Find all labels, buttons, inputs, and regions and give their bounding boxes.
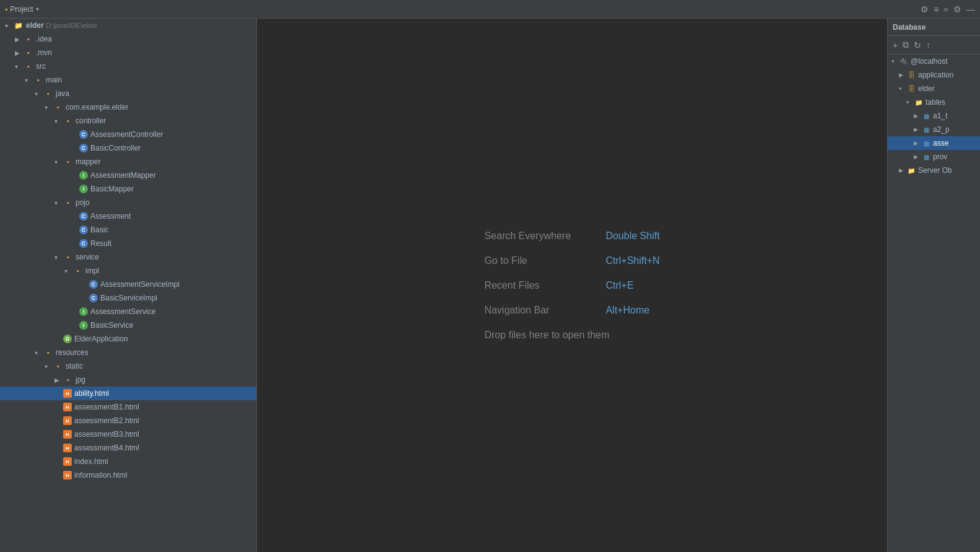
goto-file-shortcut: Ctrl+Shift+N: [605, 255, 659, 266]
tree-label-information: information.html: [74, 471, 256, 480]
tree-item-assessment[interactable]: C Assessment: [0, 209, 256, 223]
db-tree-item-prov[interactable]: ▶ ▦ prov: [888, 150, 980, 164]
db-copy-button[interactable]: ⧉: [901, 38, 910, 51]
db-tree-item-localhost[interactable]: ▾ 🔌 @localhost: [888, 55, 980, 68]
arrow-mapper: ▾: [54, 159, 63, 165]
search-everywhere-row: Search Everywhere Double Shift: [484, 230, 659, 242]
tree-item-src[interactable]: ▾ ▪ src: [0, 59, 256, 73]
tree-item-index-html[interactable]: H index.html: [0, 455, 256, 468]
db-schema-icon-elder: 🗄: [906, 84, 916, 94]
tree-item-impl[interactable]: ▾ ▪ impl: [0, 264, 256, 278]
dropdown-icon[interactable]: ▾: [36, 6, 39, 12]
tree-item-information-html[interactable]: H information.html: [0, 468, 256, 482]
java-c-icon-asi: C: [89, 280, 98, 289]
tree-item-assessment-service[interactable]: I AssessmentService: [0, 305, 256, 318]
top-bar: ▪ Project ▾ ⚙ ≡ ≈ ⚙ —: [0, 0, 980, 19]
db-tree-item-server-ob[interactable]: ▶ 📁 Server Ob: [888, 164, 980, 177]
project-sidebar[interactable]: ▾ 📁 elder D:\java\IDE\elder ▶ ▪ .idea ▶ …: [0, 19, 257, 552]
tree-label-ab3: assessmentB3.html: [74, 430, 256, 439]
layout-icon[interactable]: ≡: [934, 4, 939, 14]
arrow-elder: ▾: [5, 22, 14, 29]
recent-files-row: Recent Files Ctrl+E: [484, 280, 659, 291]
tree-item-basic[interactable]: C Basic: [0, 223, 256, 237]
folder-icon-mapper: ▪: [63, 157, 73, 167]
db-folder-icon-tables: 📁: [914, 97, 924, 107]
db-server-icon: 🔌: [899, 56, 909, 66]
tree-label-bm: BasicMapper: [90, 185, 256, 193]
database-toolbar: + ⧉ ↻ ↑: [888, 36, 980, 55]
db-tree-item-a2p[interactable]: ▶ ▦ a2_p: [888, 123, 980, 136]
collapse-icon[interactable]: ≈: [943, 4, 948, 14]
folder-icon-com-example: ▪: [53, 102, 63, 112]
arrow-main: ▾: [25, 77, 33, 84]
tree-label-assessment: Assessment: [90, 212, 256, 221]
tree-label-as: AssessmentService: [90, 307, 256, 316]
tree-label-main: main: [46, 76, 256, 84]
tree-item-main[interactable]: ▾ ▪ main: [0, 73, 256, 87]
tree-item-mapper[interactable]: ▾ ▪ mapper: [0, 155, 256, 169]
tree-item-assessment-service-impl[interactable]: C AssessmentServiceImpl: [0, 278, 256, 291]
tree-item-assessmentb1-html[interactable]: H assessmentB1.html: [0, 400, 256, 414]
java-c-icon-bsi: C: [89, 294, 98, 302]
db-folder-icon-server-ob: 📁: [906, 165, 916, 175]
html-icon-ab3: H: [63, 430, 72, 439]
arrow-mvn: ▶: [15, 50, 24, 56]
db-arrow-server-ob: ▶: [899, 167, 906, 173]
tree-item-controller[interactable]: ▾ ▪ controller: [0, 114, 256, 128]
tree-item-assessmentb2-html[interactable]: H assessmentB2.html: [0, 414, 256, 427]
arrow-java: ▾: [35, 90, 43, 97]
minimize-icon[interactable]: —: [966, 4, 975, 14]
tree-item-idea[interactable]: ▶ ▪ .idea: [0, 32, 256, 46]
tree-item-result[interactable]: C Result: [0, 237, 256, 250]
db-tree-item-elder-db[interactable]: ▾ 🗄 elder: [888, 82, 980, 95]
folder-icon-pojo: ▪: [63, 198, 73, 208]
tree-item-service[interactable]: ▾ ▪ service: [0, 250, 256, 264]
navigation-bar-row: Navigation Bar Alt+Home: [484, 305, 659, 316]
tree-item-elder-application[interactable]: ✿ ElderApplication: [0, 332, 256, 346]
folder-icon-mvn: ▪: [24, 48, 33, 58]
tree-item-assessmentb3-html[interactable]: H assessmentB3.html: [0, 427, 256, 441]
configure-icon[interactable]: ⚙: [921, 4, 929, 14]
db-tree-item-a1t[interactable]: ▶ ▦ a1_t: [888, 109, 980, 123]
tree-item-basic-service-impl[interactable]: C BasicServiceImpl: [0, 291, 256, 305]
tree-item-java[interactable]: ▾ ▪ java: [0, 87, 256, 100]
java-i-icon-as: I: [79, 307, 88, 316]
tree-item-basic-controller[interactable]: C BasicController: [0, 141, 256, 155]
tree-item-static[interactable]: ▾ ▪ static: [0, 359, 256, 373]
folder-icon-static: ▪: [53, 361, 63, 371]
db-table-icon-prov: ▦: [921, 152, 931, 162]
settings-icon[interactable]: ⚙: [953, 4, 961, 14]
db-refresh-button[interactable]: ↻: [913, 39, 922, 51]
tree-item-assessment-mapper[interactable]: I AssessmentMapper: [0, 169, 256, 182]
tree-item-pojo[interactable]: ▾ ▪ pojo: [0, 196, 256, 209]
tree-item-jpg[interactable]: ▶ ▪ jpg: [0, 373, 256, 387]
db-tree-item-application[interactable]: ▶ 🗄 application: [888, 68, 980, 82]
java-c-icon-result: C: [79, 239, 88, 248]
db-add-button[interactable]: +: [891, 39, 899, 51]
tree-item-ability-html[interactable]: H ability.html: [0, 387, 256, 400]
tree-item-assessment-controller[interactable]: C AssessmentController: [0, 128, 256, 141]
db-tree-item-asse[interactable]: ▶ ▦ asse: [888, 136, 980, 150]
tree-label-controller: controller: [76, 116, 256, 125]
db-upload-button[interactable]: ↑: [925, 39, 932, 51]
java-c-icon-basic: C: [79, 226, 88, 234]
tree-label-am: AssessmentMapper: [90, 171, 256, 180]
tree-label-asi: AssessmentServiceImpl: [100, 280, 256, 289]
tree-label-resources: resources: [56, 348, 256, 357]
tree-item-resources[interactable]: ▾ ▪ resources: [0, 346, 256, 359]
arrow-pojo: ▾: [54, 199, 63, 206]
tree-item-basic-service[interactable]: I BasicService: [0, 318, 256, 332]
tree-item-elder-root[interactable]: ▾ 📁 elder D:\java\IDE\elder: [0, 19, 256, 32]
tree-item-com-example-elder[interactable]: ▾ ▪ com.example.elder: [0, 100, 256, 114]
folder-icon-idea: ▪: [24, 34, 33, 44]
tree-item-basic-mapper[interactable]: I BasicMapper: [0, 182, 256, 196]
tree-label-java: java: [56, 89, 256, 98]
db-label-server-ob: Server Ob: [918, 166, 980, 175]
db-label-prov: prov: [933, 152, 980, 161]
tree-item-assessmentb4-html[interactable]: H assessmentB4.html: [0, 441, 256, 455]
db-label-localhost: @localhost: [911, 57, 980, 66]
java-i-icon-am: I: [79, 171, 88, 180]
tree-item-mvn[interactable]: ▶ ▪ .mvn: [0, 46, 256, 59]
db-tree-item-tables[interactable]: ▾ 📁 tables: [888, 95, 980, 109]
folder-icon-resources: ▪: [43, 348, 53, 357]
